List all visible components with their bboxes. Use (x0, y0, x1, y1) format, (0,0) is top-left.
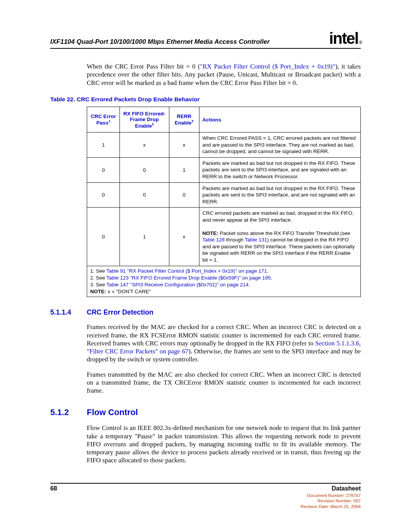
heading-title: CRC Error Detection (87, 308, 153, 316)
table-22: CRC Error Pass1 RX FIFO Errored-Frame Dr… (87, 107, 361, 266)
footnote-3: 3. See Table 147 "SPI3 Receive Configura… (90, 281, 357, 288)
table-header-row: CRC Error Pass1 RX FIFO Errored-Frame Dr… (87, 107, 361, 133)
cell-c3: 0 (169, 182, 199, 208)
sec-5-1-2-p1: Flow Control is an IEEE 802.3x-defined m… (87, 424, 361, 464)
row4-note-a: Packet sizes above the RX FIFO Transfer … (220, 230, 350, 236)
footnote-1: 1. See Table 91 "RX Packet Filter Contro… (90, 268, 357, 275)
page-number: 68 (50, 485, 57, 492)
row4-text-a: CRC errored packets are marked as bad, d… (202, 210, 354, 223)
cell-c3: 1 (169, 157, 199, 182)
table-row: 0 1 x CRC errored packets are marked as … (87, 208, 361, 266)
table-131-link[interactable]: Table 131 (245, 237, 267, 243)
footnote-note: NOTE: x = "DON'T CARE" (90, 288, 357, 295)
cell-c3: x (169, 208, 199, 266)
cell-c1: 1 (87, 133, 120, 158)
fn2-b: . (271, 275, 272, 281)
document-number: Document Number: 278757 (301, 493, 361, 498)
table-row: 0 0 1 Packets are marked as bad but not … (87, 157, 361, 182)
document-title: IXF1104 Quad-Port 10/100/1000 Mbps Ether… (50, 30, 270, 46)
fn3-a: 3. See (90, 282, 107, 288)
intel-logo: intel® (329, 30, 361, 46)
heading-5-1-1-4: 5.1.1.4 CRC Error Detection (50, 308, 361, 316)
rx-packet-filter-link[interactable]: "RX Packet Filter Control ($ Port_Index … (200, 63, 335, 70)
col-h1-text: CRC Error Pass (91, 113, 116, 126)
col-h2-text: RX FIFO Errored-Frame Drop Enable (123, 111, 165, 129)
heading-title: Flow Control (87, 407, 138, 417)
cell-action: Packets are marked as bad but not droppe… (199, 182, 360, 208)
table-123-link[interactable]: Table 123 "RX FIFO Errored Frame Drop En… (107, 275, 271, 281)
fn1-b: . (267, 268, 269, 274)
cell-c1: 0 (87, 182, 120, 208)
table-footnotes: 1. See Table 91 "RX Packet Filter Contro… (87, 266, 361, 297)
footnote-note-label: NOTE: (90, 289, 106, 294)
registered-mark: ® (359, 40, 362, 45)
table-row: 0 0 0 Packets are marked as bad but not … (87, 182, 361, 208)
table-row: 1 x x When CRC Errored PASS = 1, CRC err… (87, 133, 361, 158)
table-147-link[interactable]: Table 147 "SPI3 Receive Configuration ($… (107, 282, 249, 288)
fn1-a: 1. See (90, 268, 107, 274)
cell-action: When CRC Errored PASS = 1, CRC errored p… (199, 133, 360, 158)
page-header: IXF1104 Quad-Port 10/100/1000 Mbps Ether… (50, 30, 361, 49)
table-22-caption: Table 22. CRC Errored Packets Drop Enabl… (50, 96, 361, 103)
cell-action: Packets are marked as bad but not droppe… (199, 157, 360, 182)
cell-action: CRC errored packets are marked as bad, d… (199, 208, 360, 266)
table-91-link[interactable]: Table 91 "RX Packet Filter Control ($ Po… (107, 268, 267, 274)
footnote-note-text: x = "DON'T CARE" (106, 289, 151, 294)
logo-text: intel (329, 29, 358, 47)
col-h3-text: RERR Enable (175, 113, 191, 126)
col-crc-error-pass: CRC Error Pass1 (87, 107, 120, 133)
revision-number: Revision Number: 007 (301, 498, 361, 503)
col-rx-fifo-drop: RX FIFO Errored-Frame Drop Enable2 (120, 107, 169, 133)
footer-right-block: Datasheet Document Number: 278757 Revisi… (301, 485, 361, 509)
cell-c2: 0 (120, 182, 169, 208)
revision-date: Revision Date: March 25, 2004 (301, 504, 361, 509)
col-actions: Actions (199, 107, 360, 133)
col-h3-sup: 3 (191, 119, 193, 123)
cell-c2: 1 (120, 208, 169, 266)
fn2-a: 2. See (90, 275, 107, 281)
footnote-2: 2. See Table 123 "RX FIFO Errored Frame … (90, 275, 357, 281)
cell-c2: 0 (120, 157, 169, 182)
heading-number: 5.1.1.4 (50, 308, 87, 316)
heading-5-1-2: 5.1.2 Flow Control (50, 407, 361, 417)
fn3-b: . (249, 282, 250, 288)
row4-note-label: NOTE: (202, 230, 218, 236)
heading-number: 5.1.2 (50, 407, 87, 417)
cell-c1: 0 (87, 208, 120, 266)
row4-note-mid: through (225, 237, 245, 243)
revision-info: Document Number: 278757 Revision Number:… (301, 493, 361, 509)
page-footer: 68 Datasheet Document Number: 278757 Rev… (50, 483, 361, 509)
col-h2-sup: 2 (152, 122, 154, 126)
cell-c2: x (120, 133, 169, 158)
col-rerr-enable: RERR Enable3 (169, 107, 199, 133)
intro-text-a: When the CRC Error Pass Filter bit = 0 ( (87, 63, 200, 70)
table-128-link[interactable]: Table 128 (202, 237, 225, 243)
sec-5-1-1-4-p1: Frames received by the MAC are checked f… (87, 323, 361, 363)
datasheet-label: Datasheet (301, 485, 361, 492)
col-h1-sup: 1 (108, 119, 110, 123)
col-h4-text: Actions (202, 117, 221, 123)
sec-5-1-1-4-p2: Frames transmitted by the MAC are also c… (87, 371, 361, 395)
intro-paragraph: When the CRC Error Pass Filter bit = 0 (… (87, 62, 361, 87)
cell-c1: 0 (87, 157, 120, 182)
cell-c3: x (169, 133, 199, 158)
